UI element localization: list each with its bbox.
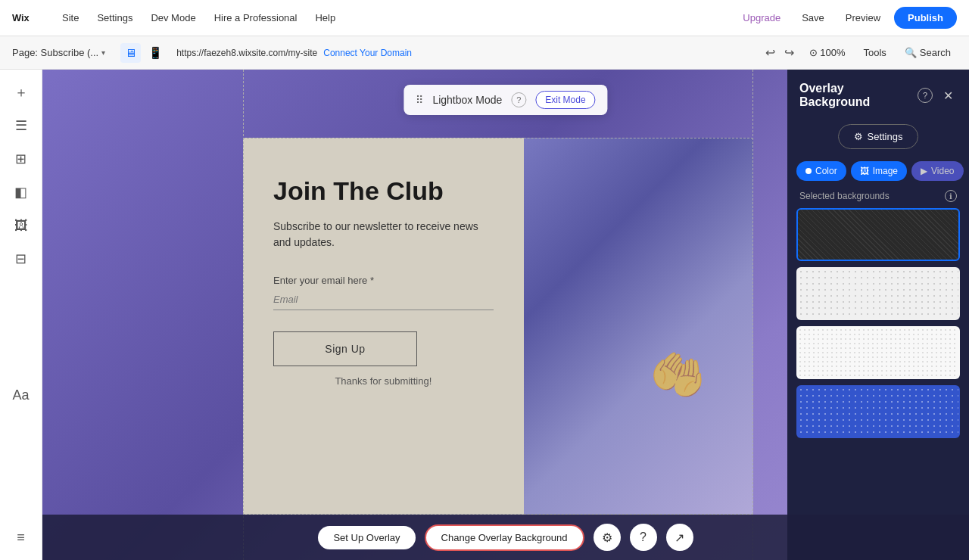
- overlay-background-panel: Overlay Background ? ✕ ⚙ Settings Color …: [787, 70, 969, 560]
- preview-button[interactable]: Preview: [838, 8, 888, 28]
- nav-site[interactable]: Site: [55, 8, 86, 28]
- bg-light-dots[interactable]: [796, 267, 960, 320]
- tab-video[interactable]: ▶ Video: [911, 161, 963, 181]
- sidebar-layers-icon[interactable]: ◧: [8, 179, 35, 206]
- panel-help-icon[interactable]: ?: [918, 88, 933, 103]
- chevron-down-icon: ▾: [101, 48, 105, 57]
- publish-button[interactable]: Publish: [894, 7, 957, 29]
- url-bar: https://faezeh8.wixsite.com/my-site Conn…: [176, 48, 752, 58]
- lightbox-help-icon[interactable]: ?: [511, 92, 526, 107]
- sidebar-apps-icon[interactable]: ⊟: [8, 245, 35, 272]
- panel-settings-button[interactable]: ⚙ Settings: [838, 124, 919, 149]
- gear-icon: ⚙: [854, 131, 863, 142]
- email-field-group: Enter your email here *: [273, 275, 494, 310]
- setup-overlay-button[interactable]: Set Up Overlay: [318, 526, 415, 549]
- panel-tabs: Color 🖼 Image ▶ Video: [787, 161, 969, 181]
- tab-color[interactable]: Color: [796, 161, 846, 181]
- exit-mode-button[interactable]: Exit Mode: [535, 91, 595, 109]
- lightbox-form: Join The Club Subscribe to our newslette…: [243, 138, 524, 515]
- undo-redo-group: ↩ ↪: [762, 42, 797, 63]
- nav-items: Site Settings Dev Mode Hire a Profession…: [55, 8, 735, 28]
- backgrounds-list: [787, 208, 969, 560]
- sidebar-pages-icon[interactable]: ☰: [8, 112, 35, 139]
- left-sidebar: ＋ ☰ ⊞ ◧ 🖼 ⊟ Aa ≡: [0, 70, 42, 560]
- sidebar-assets-icon[interactable]: Aa: [8, 381, 35, 409]
- save-button[interactable]: Save: [794, 8, 832, 28]
- toolbar-right: ↩ ↪ ⊙ 100% Tools 🔍 Search: [762, 42, 957, 63]
- url-text: https://faezeh8.wixsite.com/my-site: [176, 48, 317, 58]
- form-subtitle: Subscribe to our newsletter to receive n…: [273, 219, 494, 250]
- lightbox-drag-icon: ⠿: [416, 94, 423, 106]
- redo-button[interactable]: ↪: [781, 42, 797, 63]
- sidebar-add-icon[interactable]: ＋: [8, 79, 35, 106]
- panel-header: Overlay Background ? ✕: [787, 70, 969, 118]
- bg-white-dots[interactable]: [796, 326, 960, 379]
- wix-logo: Wix: [12, 11, 39, 26]
- dashed-guide-right: [752, 70, 753, 560]
- share-icon-button[interactable]: ↗: [666, 524, 693, 551]
- signup-button[interactable]: Sign Up: [273, 331, 417, 366]
- panel-title: Overlay Background: [799, 82, 911, 109]
- panel-settings-area: ⚙ Settings: [787, 118, 969, 161]
- tab-image-label: Image: [873, 166, 898, 176]
- image-tab-icon: 🖼: [860, 166, 869, 176]
- video-tab-icon: ▶: [921, 166, 927, 176]
- lightbox-bar: ⠿ Lightbox Mode ? Exit Mode: [403, 85, 607, 115]
- nav-help[interactable]: Help: [307, 8, 343, 28]
- tab-color-label: Color: [815, 166, 837, 176]
- device-icons: 🖥 📱: [120, 43, 167, 63]
- selected-backgrounds-label: Selected backgrounds: [799, 191, 890, 201]
- sidebar-media-icon[interactable]: 🖼: [8, 212, 35, 239]
- nav-settings[interactable]: Settings: [89, 8, 140, 28]
- svg-text:Wix: Wix: [12, 11, 30, 23]
- page-name: Page: Subscribe (...: [12, 47, 98, 58]
- hands-image: [524, 138, 753, 515]
- upgrade-button[interactable]: Upgrade: [735, 8, 788, 28]
- email-label: Enter your email here *: [273, 275, 494, 286]
- search-label: Search: [920, 47, 951, 58]
- zoom-level[interactable]: ⊙ 100%: [803, 44, 852, 61]
- sidebar-components-icon[interactable]: ⊞: [8, 145, 35, 173]
- help-icon-button[interactable]: ?: [630, 524, 657, 551]
- settings-label: Settings: [868, 131, 903, 142]
- sidebar-layers-bottom-icon[interactable]: ≡: [8, 524, 35, 551]
- tab-image[interactable]: 🖼 Image: [851, 161, 907, 181]
- lightbox-content: Join The Club Subscribe to our newslette…: [243, 138, 753, 515]
- desktop-icon[interactable]: 🖥: [120, 43, 141, 63]
- second-toolbar: Page: Subscribe (... ▾ 🖥 📱 https://faeze…: [0, 36, 969, 70]
- search-button[interactable]: 🔍 Search: [899, 44, 957, 61]
- bg-blue-dots[interactable]: [796, 385, 960, 438]
- panel-close-button[interactable]: ✕: [939, 86, 957, 104]
- tab-video-label: Video: [931, 166, 954, 176]
- section-label: Selected backgrounds ℹ: [787, 190, 969, 208]
- change-overlay-bg-button[interactable]: Change Overlay Background: [425, 524, 584, 551]
- dashed-guide-top: [243, 138, 753, 138]
- main-area: ＋ ☰ ⊞ ◧ 🖼 ⊟ Aa ≡ ⠿ Lightbox Mode ? Exit …: [0, 70, 969, 560]
- page-selector[interactable]: Page: Subscribe (... ▾: [12, 47, 105, 58]
- dashed-guide-left: [243, 70, 244, 560]
- thanks-message: Thanks for submitting!: [273, 375, 494, 387]
- nav-right: Upgrade Save Preview Publish: [735, 7, 957, 29]
- bottom-bar: Set Up Overlay Change Overlay Background…: [42, 515, 969, 560]
- top-nav: Wix Site Settings Dev Mode Hire a Profes…: [0, 0, 969, 36]
- nav-devmode[interactable]: Dev Mode: [143, 8, 203, 28]
- settings-icon-button[interactable]: ⚙: [594, 524, 621, 551]
- form-title: Join The Club: [273, 176, 494, 207]
- connect-domain-link[interactable]: Connect Your Domain: [323, 48, 412, 58]
- color-tab-dot: [805, 168, 812, 174]
- lightbox-photo: [524, 138, 753, 515]
- email-input[interactable]: [273, 289, 494, 310]
- bg-dark-pattern[interactable]: [796, 208, 960, 261]
- lightbox-mode-label: Lightbox Mode: [432, 94, 502, 106]
- info-icon[interactable]: ℹ: [945, 190, 957, 202]
- nav-hire[interactable]: Hire a Professional: [207, 8, 305, 28]
- tools-button[interactable]: Tools: [857, 44, 892, 61]
- undo-button[interactable]: ↩: [762, 42, 778, 63]
- mobile-icon[interactable]: 📱: [144, 43, 167, 63]
- search-icon: 🔍: [905, 47, 917, 58]
